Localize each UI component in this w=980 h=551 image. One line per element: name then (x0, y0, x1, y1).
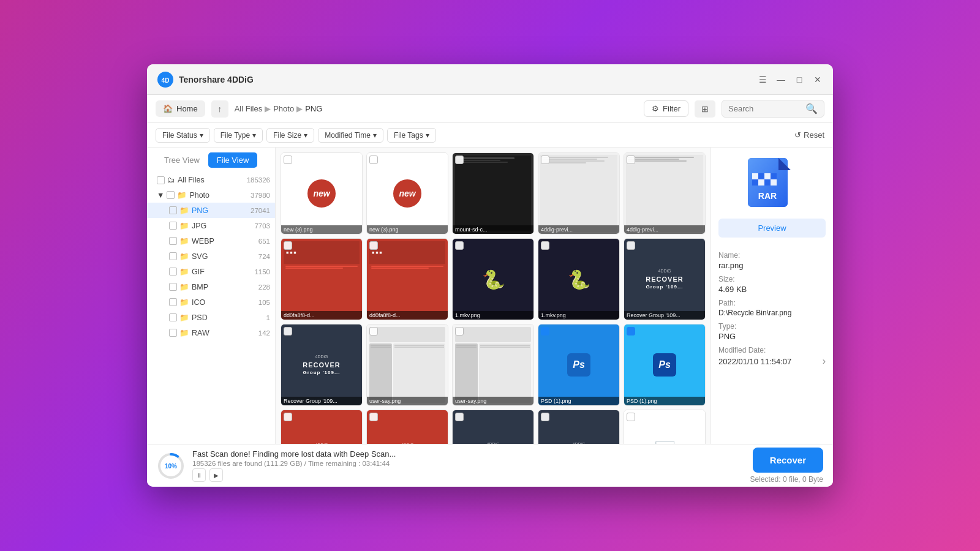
file-thumb-7[interactable]: ■ ■ ■ dd0fa8f8-d... (366, 238, 448, 320)
file-thumb-18[interactable]: 4DDiG RECOVER DATA FROM... RECOVER DATA … (452, 410, 534, 444)
raw-checkbox[interactable] (169, 329, 177, 337)
breadcrumb-allfiles[interactable]: All Files (235, 104, 263, 113)
file-thumb-2[interactable]: new new (3).png (366, 152, 448, 234)
recover-big-10: RECOVER (646, 276, 683, 283)
sidebar-item-allfiles[interactable]: 🗂 All Files 185326 (147, 173, 275, 187)
thumb-check-19[interactable] (541, 413, 549, 421)
svg-rect-8 (752, 179, 758, 186)
file-thumb-11[interactable]: 4DDiG RECOVER Group '109... Recover Grou… (281, 324, 363, 406)
modified-time-label: Modified Time (325, 131, 371, 140)
sidebar-item-jpg[interactable]: 📁 JPG 7703 (147, 218, 275, 233)
filter-icon: ⚙ (652, 104, 659, 113)
filter-button[interactable]: ⚙ Filter (644, 100, 688, 117)
raw-count: 142 (258, 329, 270, 337)
file-tags-filter[interactable]: File Tags ▾ (387, 128, 436, 143)
sidebar-item-raw[interactable]: 📁 RAW 142 (147, 325, 275, 340)
thumb-check-13[interactable] (455, 327, 464, 335)
file-thumb-19[interactable]: 4DDiG RECOVER DATA FROM... RECOVER DATA … (538, 410, 620, 444)
thumb-check-11[interactable] (284, 327, 292, 335)
thumb-check-7[interactable] (369, 241, 378, 250)
thumb-check-14[interactable] (541, 327, 549, 335)
file-status-filter[interactable]: File Status ▾ (156, 128, 210, 143)
file-thumb-10[interactable]: 4DDiG RECOVER Group '109... Recover Grou… (624, 238, 706, 320)
minimize-button[interactable]: — (775, 74, 786, 85)
modified-time-filter[interactable]: Modified Time ▾ (318, 128, 383, 143)
file-thumb-8[interactable]: 🐍 1.mkv.png (452, 238, 534, 320)
psd-checkbox[interactable] (169, 313, 177, 321)
file-type-filter[interactable]: File Type ▾ (214, 128, 263, 143)
scan-pause-button[interactable]: ⏸ (192, 468, 206, 482)
thumb-check-8[interactable] (455, 241, 464, 250)
file-thumb-3[interactable]: mount-sd-c... (452, 152, 534, 234)
thumb-check-5[interactable] (627, 156, 635, 164)
file-thumb-14[interactable]: Ps PSD (1).png (538, 324, 620, 406)
file-view-button[interactable]: File View (208, 152, 258, 168)
thumb-check-4[interactable] (541, 156, 549, 164)
file-thumb-15[interactable]: Ps PSD (1).png (624, 324, 706, 406)
file-size-filter[interactable]: File Size ▾ (266, 128, 314, 143)
sidebar-item-ico[interactable]: 📁 ICO 105 (147, 294, 275, 310)
thumb-check-15[interactable] (627, 327, 635, 335)
sidebar-item-bmp[interactable]: 📁 BMP 228 (147, 279, 275, 294)
thumb-img-13 (453, 324, 533, 405)
up-button[interactable]: ↑ (211, 100, 228, 118)
png-checkbox[interactable] (169, 206, 177, 214)
menu-icon[interactable]: ☰ (757, 74, 768, 85)
file-thumb-12[interactable]: user-say.png (366, 324, 448, 406)
search-input[interactable] (728, 104, 802, 113)
file-thumb-20[interactable]: 📊 (624, 410, 706, 444)
file-thumb-9[interactable]: 🐍 1.mkv.png (538, 238, 620, 320)
sidebar-item-svg[interactable]: 📁 SVG 724 (147, 249, 275, 264)
preview-button[interactable]: Preview (718, 219, 826, 238)
thumb-check-1[interactable] (284, 156, 292, 164)
file-thumb-13[interactable]: user-say.png (452, 324, 534, 406)
allfiles-checkbox[interactable] (157, 176, 165, 184)
file-thumb-5[interactable]: 4ddig-previ... (624, 152, 706, 234)
thumb-check-17[interactable] (369, 413, 378, 421)
sidebar-item-photo[interactable]: ▼ 📁 Photo 37980 (147, 187, 275, 203)
thumb-check-12[interactable] (369, 327, 378, 335)
jpg-checkbox[interactable] (169, 222, 177, 230)
png-count: 27041 (251, 207, 270, 214)
thumb-check-20[interactable] (627, 413, 635, 421)
thumb-check-6[interactable] (284, 241, 292, 250)
thumb-img-8: 🐍 (453, 239, 533, 320)
close-button[interactable]: ✕ (812, 74, 823, 85)
sidebar-item-webp[interactable]: 📁 WEBP 651 (147, 233, 275, 249)
thumb-check-10[interactable] (627, 241, 635, 250)
sidebar-item-psd[interactable]: 📁 PSD 1 (147, 310, 275, 325)
maximize-button[interactable]: □ (794, 74, 805, 85)
home-button[interactable]: 🏠 Home (156, 100, 205, 117)
file-thumb-16[interactable]: 4DDiG FIX ERROR CODE FIX ERROR CODE (281, 410, 363, 444)
bmp-checkbox[interactable] (169, 283, 177, 291)
recover-button[interactable]: Recover (753, 448, 823, 473)
svg-checkbox[interactable] (169, 252, 177, 260)
ico-checkbox[interactable] (169, 298, 177, 306)
file-thumb-17[interactable]: 4DDiG FIX ERROR CODE FIX ERROR CODE (366, 410, 448, 444)
thumb-img-9: 🐍 (538, 239, 619, 320)
recover-section: Recover Selected: 0 file, 0 Byte (750, 448, 823, 484)
modified-arrow-icon[interactable]: › (823, 356, 826, 367)
sidebar-item-gif[interactable]: 📁 GIF 1150 (147, 264, 275, 279)
webp-checkbox[interactable] (169, 237, 177, 245)
breadcrumb-photo[interactable]: Photo (273, 104, 294, 113)
scan-title: Fast Scan done! Finding more lost data w… (192, 449, 743, 459)
thumb-check-16[interactable] (284, 413, 292, 421)
file-grid-scroll[interactable]: new new (3).png new new (3).png (276, 148, 710, 444)
home-icon: 🏠 (163, 104, 173, 113)
thumb-check-2[interactable] (369, 156, 378, 164)
gif-checkbox[interactable] (169, 268, 177, 276)
view-toggle-button[interactable]: ⊞ (695, 100, 715, 118)
thumb-check-3[interactable] (455, 156, 464, 164)
tree-view-button[interactable]: Tree View (156, 152, 208, 168)
reset-button[interactable]: ↺ Reset (794, 130, 824, 140)
thumb-check-9[interactable] (541, 241, 549, 250)
file-thumb-4[interactable]: 4ddig-previ... (538, 152, 620, 234)
file-thumb-6[interactable]: ■ ■ ■ dd0fa8f8-d... (281, 238, 363, 320)
breadcrumb-png[interactable]: PNG (305, 104, 322, 113)
sidebar-item-png[interactable]: 📁 PNG 27041 (147, 203, 275, 218)
photo-checkbox[interactable] (167, 191, 175, 199)
thumb-check-18[interactable] (455, 413, 464, 421)
scan-play-button[interactable]: ▶ (209, 468, 223, 482)
file-thumb-1[interactable]: new new (3).png (281, 152, 363, 234)
